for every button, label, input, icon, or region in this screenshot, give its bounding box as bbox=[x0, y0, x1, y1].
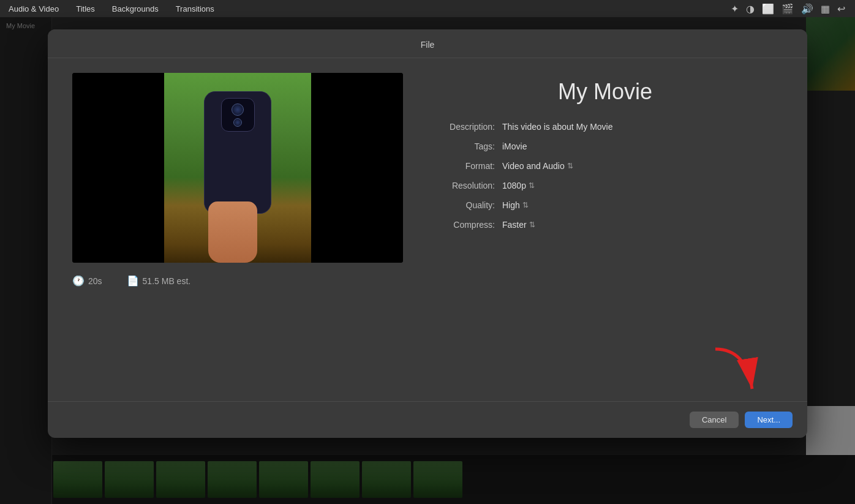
cancel-button[interactable]: Cancel bbox=[690, 412, 739, 428]
clock-icon: 🕐 bbox=[72, 275, 85, 287]
quality-spinner-icon: ⇅ bbox=[522, 201, 529, 209]
filesize-value: 51.5 MB est. bbox=[143, 276, 191, 286]
crop-icon[interactable]: ⬜ bbox=[762, 3, 774, 15]
tags-value: iMovie bbox=[502, 141, 527, 151]
duration-value: 20s bbox=[88, 276, 102, 286]
duration-stat: 🕐 20s bbox=[72, 275, 102, 287]
format-select[interactable]: Video and Audio ⇅ bbox=[502, 161, 573, 171]
magic-wand-icon[interactable]: ✦ bbox=[731, 3, 739, 15]
description-label: Description: bbox=[428, 122, 495, 132]
resolution-label: Resolution: bbox=[428, 181, 495, 190]
video-stats: 🕐 20s 📄 51.5 MB est. bbox=[72, 273, 403, 289]
filesize-stat: 📄 51.5 MB est. bbox=[127, 275, 191, 287]
audio-icon[interactable]: 🔊 bbox=[801, 3, 813, 15]
compress-spinner-icon: ⇅ bbox=[529, 220, 535, 229]
compress-value: Faster bbox=[502, 220, 527, 230]
description-value: This video is about My Movie bbox=[502, 122, 613, 132]
stats-icon[interactable]: ▦ bbox=[821, 3, 830, 15]
quality-select[interactable]: High ⇅ bbox=[502, 200, 529, 210]
compress-label: Compress: bbox=[428, 220, 495, 230]
quality-value: High bbox=[502, 200, 520, 210]
tags-row: Tags: iMovie bbox=[428, 141, 783, 151]
menu-bar: Audio & Video Titles Backgrounds Transit… bbox=[0, 0, 855, 17]
format-spinner-icon: ⇅ bbox=[567, 162, 573, 170]
quality-label: Quality: bbox=[428, 200, 495, 210]
format-value: Video and Audio bbox=[502, 161, 565, 171]
menu-backgrounds[interactable]: Backgrounds bbox=[108, 3, 162, 15]
tags-label: Tags: bbox=[428, 141, 495, 151]
export-dialog: File bbox=[48, 29, 807, 438]
next-button[interactable]: Next... bbox=[745, 412, 793, 428]
undo-icon[interactable]: ↩ bbox=[837, 3, 845, 15]
video-center bbox=[164, 73, 311, 263]
info-section: My Movie Description: This video is abou… bbox=[428, 73, 783, 389]
menu-transitions[interactable]: Transitions bbox=[172, 3, 218, 15]
modal-overlay: File bbox=[0, 17, 855, 504]
resolution-value: 1080p bbox=[502, 181, 526, 190]
modal-body: 🕐 20s 📄 51.5 MB est. My Movie Descriptio… bbox=[48, 58, 807, 401]
video-right-black bbox=[311, 73, 403, 263]
video-preview bbox=[72, 73, 403, 263]
info-grid: Description: This video is about My Movi… bbox=[428, 122, 783, 230]
format-label: Format: bbox=[428, 161, 495, 171]
compress-row: Compress: Faster ⇅ bbox=[428, 220, 783, 230]
modal-title: File bbox=[421, 40, 435, 50]
resolution-spinner-icon: ⇅ bbox=[529, 181, 535, 190]
toolbar: ✦ ◑ ⬜ 🎬 🔊 ▦ ↩ bbox=[731, 0, 855, 17]
format-row: Format: Video and Audio ⇅ bbox=[428, 161, 783, 171]
color-icon[interactable]: ◑ bbox=[746, 3, 755, 15]
compress-select[interactable]: Faster ⇅ bbox=[502, 220, 535, 230]
modal-header: File bbox=[48, 29, 807, 58]
preview-section: 🕐 20s 📄 51.5 MB est. bbox=[72, 73, 403, 389]
menu-audio-video[interactable]: Audio & Video bbox=[5, 3, 62, 15]
movie-title: My Movie bbox=[428, 79, 783, 105]
file-icon: 📄 bbox=[127, 275, 139, 287]
description-row: Description: This video is about My Movi… bbox=[428, 122, 783, 132]
video-left-black bbox=[72, 73, 164, 263]
modal-footer: Cancel Next... bbox=[48, 401, 807, 438]
resolution-row: Resolution: 1080p ⇅ bbox=[428, 181, 783, 190]
resolution-select[interactable]: 1080p ⇅ bbox=[502, 181, 535, 190]
menu-titles[interactable]: Titles bbox=[72, 3, 99, 15]
quality-row: Quality: High ⇅ bbox=[428, 200, 783, 210]
camera-icon[interactable]: 🎬 bbox=[782, 3, 794, 15]
